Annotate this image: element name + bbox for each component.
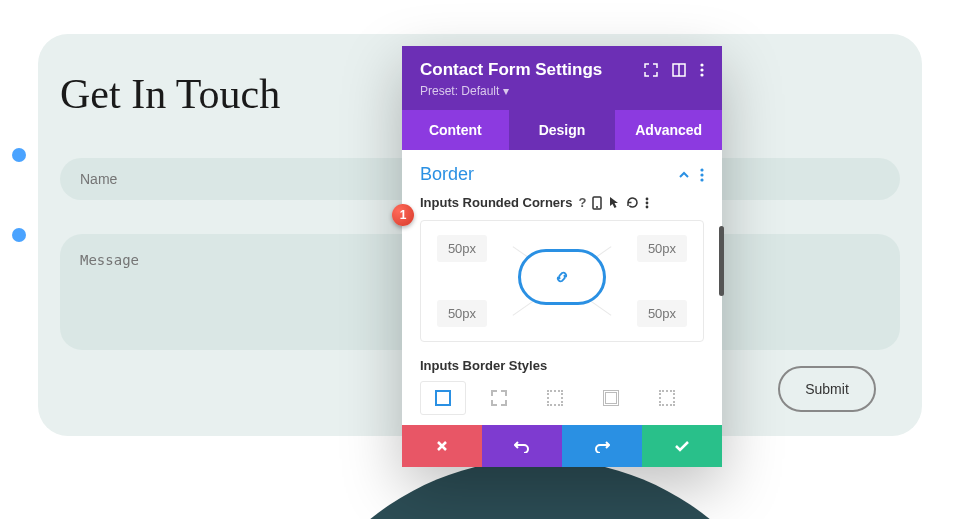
modal-body: Border Inputs Rounded Corners ?	[402, 150, 722, 415]
phone-icon[interactable]	[592, 196, 602, 210]
cancel-button[interactable]	[402, 425, 482, 467]
save-button[interactable]	[642, 425, 722, 467]
corner-bottom-left[interactable]	[437, 300, 487, 327]
tab-advanced[interactable]: Advanced	[615, 110, 722, 150]
section-title[interactable]: Border	[420, 164, 474, 185]
corner-editor	[420, 220, 704, 342]
tab-design[interactable]: Design	[509, 110, 616, 150]
corner-top-left[interactable]	[437, 235, 487, 262]
corner-bottom-right[interactable]	[637, 300, 687, 327]
field-indicator	[12, 228, 26, 242]
modal-scrollbar[interactable]	[719, 226, 724, 296]
redo-button[interactable]	[562, 425, 642, 467]
expand-icon[interactable]	[644, 63, 658, 77]
preset-dropdown[interactable]: Preset: Default ▾	[420, 84, 704, 98]
chevron-up-icon[interactable]	[678, 170, 690, 180]
link-corners-toggle[interactable]	[518, 249, 606, 305]
border-style-solid[interactable]	[420, 381, 466, 415]
modal-header: Contact Form Settings Preset: Default ▾	[402, 46, 722, 110]
svg-point-6	[700, 173, 703, 176]
option-label: Inputs Rounded Corners	[420, 195, 572, 210]
field-indicator	[12, 148, 26, 162]
more-icon[interactable]	[645, 197, 649, 209]
submit-button[interactable]: Submit	[778, 366, 876, 412]
modal-footer	[402, 425, 722, 467]
more-icon[interactable]	[700, 63, 704, 77]
reset-icon[interactable]	[626, 196, 639, 209]
svg-point-11	[646, 201, 649, 204]
svg-point-7	[700, 178, 703, 181]
page-title: Get In Touch	[60, 70, 280, 118]
border-style-dashed[interactable]	[476, 381, 522, 415]
undo-button[interactable]	[482, 425, 562, 467]
svg-point-10	[646, 197, 649, 200]
border-style-dotted[interactable]	[532, 381, 578, 415]
annotation-badge: 1	[392, 204, 414, 226]
column-icon[interactable]	[672, 63, 686, 77]
tabs: Content Design Advanced	[402, 110, 722, 150]
decorative-blob	[270, 459, 810, 519]
help-icon[interactable]: ?	[578, 195, 586, 210]
svg-point-5	[700, 168, 703, 171]
more-icon[interactable]	[700, 168, 704, 182]
svg-point-12	[646, 205, 649, 208]
border-styles-label: Inputs Border Styles	[420, 358, 704, 373]
settings-modal: Contact Form Settings Preset: Default ▾ …	[402, 46, 722, 467]
corner-top-right[interactable]	[637, 235, 687, 262]
border-style-groove[interactable]	[644, 381, 690, 415]
svg-point-2	[700, 63, 703, 66]
svg-point-3	[700, 68, 703, 71]
modal-title: Contact Form Settings	[420, 60, 602, 80]
border-style-double[interactable]	[588, 381, 634, 415]
tab-content[interactable]: Content	[402, 110, 509, 150]
svg-point-4	[700, 73, 703, 76]
hover-icon[interactable]	[608, 196, 620, 210]
